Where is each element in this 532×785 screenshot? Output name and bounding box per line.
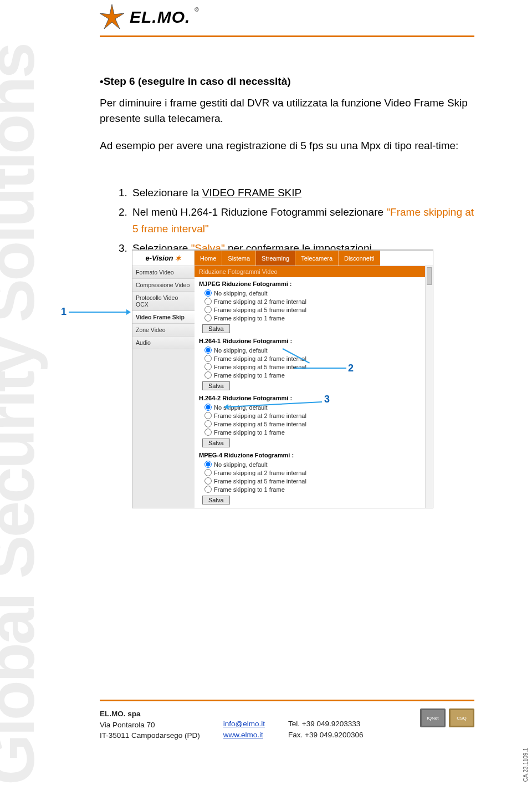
sidebar-item-protocollo-video-ocx[interactable]: Protocollo Video OCX — [132, 292, 195, 311]
h2641-opt-1[interactable]: Frame skipping at 2 frame internal — [195, 354, 433, 363]
tab-telecamera[interactable]: Telecamera — [295, 251, 339, 266]
tab-sistema[interactable]: Sistema — [222, 251, 256, 266]
radio[interactable] — [204, 355, 212, 362]
opt-label: Frame skipping at 5 frame internal — [214, 421, 306, 427]
step-2: Nel menù H.264-1 Riduzione Fotogrammi se… — [130, 204, 474, 237]
logo-text: EL.MO. — [130, 8, 190, 27]
radio[interactable] — [204, 404, 212, 411]
opt-label: Frame skipping to 1 frame — [214, 429, 285, 436]
app-window: e-Vision✶ Home Sistema Streaming Telecam… — [132, 249, 433, 508]
group-mjpeg-title: MJPEG Riduzione Fotogrammi : — [195, 277, 433, 289]
content-area: •Step 6 (eseguire in caso di necessità) … — [100, 75, 474, 259]
app-tabs: Home Sistema Streaming Telecamera Discon… — [195, 251, 433, 266]
radio[interactable] — [204, 346, 212, 354]
h2641-opt-2[interactable]: Frame skipping at 5 frame internal — [195, 363, 433, 371]
step-1-text: Selezionare la — [132, 187, 202, 198]
h2642-opt-1[interactable]: Frame skipping at 2 frame internal — [195, 411, 433, 420]
panel-header: Riduzione Fotogrammi Video — [195, 266, 433, 277]
radio[interactable] — [204, 412, 212, 419]
logo-trademark: ® — [195, 7, 198, 13]
opt-label: Frame skipping at 5 frame internal — [214, 307, 306, 313]
badge-csq: CSQ — [449, 708, 474, 727]
mjpeg-opt-1[interactable]: Frame skipping at 2 frame internal — [195, 297, 433, 305]
radio[interactable] — [204, 306, 212, 313]
opt-label: Frame skipping at 5 frame internal — [214, 364, 306, 370]
group-mpeg4-title: MPEG-4 Riduzione Fotogrammi : — [195, 448, 433, 460]
mpeg4-opt-3[interactable]: Frame skipping to 1 frame — [195, 485, 433, 493]
radio[interactable] — [204, 429, 212, 436]
opt-label: No skipping, default — [214, 290, 268, 297]
tab-disconnetti[interactable]: Disconnetti — [339, 251, 380, 266]
fax: Fax. +39 049.9200306 — [288, 730, 364, 741]
h2641-save-button[interactable]: Salva — [202, 381, 230, 390]
app-panel: Riduzione Fotogrammi Video MJPEG Riduzio… — [195, 266, 433, 508]
mpeg4-save-button[interactable]: Salva — [202, 496, 230, 504]
company-name: EL.MO. spa — [100, 708, 200, 720]
page-header: EL.MO. ® — [0, 0, 532, 31]
sidebar-item-zone-video[interactable]: Zone Video — [132, 324, 195, 337]
footer-address: EL.MO. spa Via Pontarola 70 IT-35011 Cam… — [100, 708, 200, 741]
h2641-opt-0[interactable]: No skipping, default — [195, 346, 433, 354]
h2642-save-button[interactable]: Salva — [202, 439, 230, 447]
opt-label: Frame skipping at 2 frame internal — [214, 470, 306, 476]
instruction-list: Selezionare la VIDEO FRAME SKIP Nel menù… — [130, 185, 474, 257]
badge-iqnet: IQNet — [420, 708, 446, 727]
opt-label: Frame skipping at 5 frame internal — [214, 478, 306, 485]
sidebar-item-compressione-video[interactable]: Compressione Video — [132, 279, 195, 292]
opt-label: Frame skipping to 1 frame — [214, 372, 285, 379]
mjpeg-opt-3[interactable]: Frame skipping to 1 frame — [195, 314, 433, 322]
star-icon: ✶ — [175, 254, 181, 263]
scrollbar[interactable] — [425, 266, 433, 508]
callout-1: 1 — [61, 306, 66, 318]
opt-label: Frame skipping to 1 frame — [214, 486, 285, 493]
sidebar-item-formato-video[interactable]: Formato Video — [132, 266, 195, 279]
opt-label: Frame skipping to 1 frame — [214, 315, 285, 322]
mjpeg-opt-0[interactable]: No skipping, default — [195, 289, 433, 297]
h2642-opt-2[interactable]: Frame skipping at 5 frame internal — [195, 420, 433, 428]
footer-phones: Tel. +39 049.9203333 Fax. +39 049.920030… — [288, 708, 364, 740]
h2642-opt-3[interactable]: Frame skipping to 1 frame — [195, 428, 433, 436]
radio[interactable] — [204, 420, 212, 427]
sidebar-item-audio[interactable]: Audio — [132, 337, 195, 349]
radio[interactable] — [204, 298, 212, 305]
mpeg4-opt-1[interactable]: Frame skipping at 2 frame internal — [195, 468, 433, 477]
mpeg4-opt-2[interactable]: Frame skipping at 5 frame internal — [195, 477, 433, 485]
radio[interactable] — [204, 461, 212, 468]
step-1: Selezionare la VIDEO FRAME SKIP — [130, 185, 474, 201]
example-paragraph: Ad esempio per avere una registrazione d… — [100, 138, 474, 154]
radio[interactable] — [204, 371, 212, 379]
radio[interactable] — [204, 314, 212, 322]
radio[interactable] — [204, 363, 212, 370]
website-link[interactable]: www.elmo.it — [223, 731, 263, 739]
footer-links: info@elmo.it www.elmo.it — [223, 708, 265, 740]
header-rule — [100, 35, 474, 37]
h2641-opt-3[interactable]: Frame skipping to 1 frame — [195, 371, 433, 379]
step-2-text: Nel menù H.264-1 Riduzione Fotogrammi se… — [132, 206, 386, 218]
tel: Tel. +39 049.9203333 — [288, 718, 364, 730]
screenshot-figure: 1 e-Vision✶ Home Sistema Streaming Telec… — [61, 248, 449, 526]
mpeg4-opt-0[interactable]: No skipping, default — [195, 460, 433, 468]
opt-label: No skipping, default — [214, 347, 268, 354]
footer-rule — [100, 700, 474, 701]
group-h264-1-title: H.264-1 Riduzione Fotogrammi : — [195, 334, 433, 346]
radio[interactable] — [204, 469, 212, 476]
app-sidebar: Formato Video Compressione Video Protoco… — [132, 266, 195, 508]
tab-home[interactable]: Home — [195, 251, 222, 266]
app-brand: e-Vision✶ — [132, 251, 195, 266]
mjpeg-save-button[interactable]: Salva — [202, 324, 230, 333]
tab-streaming[interactable]: Streaming — [256, 251, 295, 266]
email-link[interactable]: info@elmo.it — [223, 720, 265, 728]
sidebar-item-video-frame-skip[interactable]: Video Frame Skip — [132, 311, 195, 324]
opt-label: Frame skipping at 2 frame internal — [214, 355, 306, 362]
radio[interactable] — [204, 486, 212, 493]
radio[interactable] — [204, 477, 212, 485]
opt-label: No skipping, default — [214, 461, 268, 468]
mjpeg-opt-2[interactable]: Frame skipping at 5 frame internal — [195, 305, 433, 314]
callout-2: 2 — [348, 363, 354, 374]
step-1-link: VIDEO FRAME SKIP — [202, 187, 301, 198]
app-brand-text: e-Vision — [145, 254, 173, 262]
arrow-2b — [294, 368, 346, 369]
radio[interactable] — [204, 289, 212, 297]
opt-label: Frame skipping at 2 frame internal — [214, 298, 306, 305]
callout-3: 3 — [324, 394, 330, 405]
